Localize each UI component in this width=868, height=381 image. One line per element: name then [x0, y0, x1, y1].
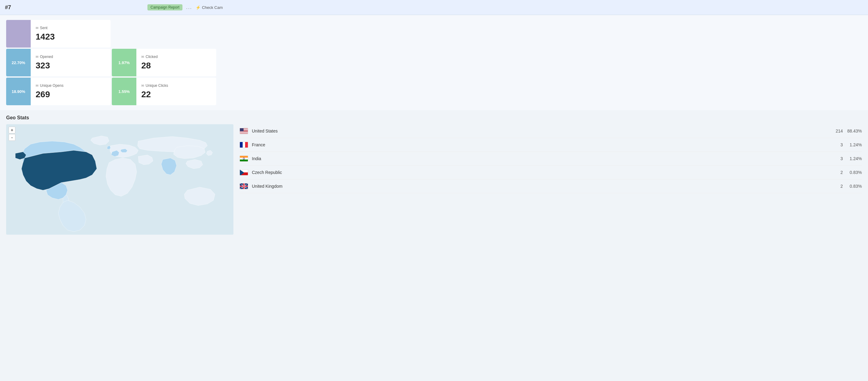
geo-section: Geo Stats + - — [0, 110, 868, 241]
geo-title: Geo Stats — [6, 115, 862, 120]
stat-label-unique-opens: ✉ Unique Opens — [36, 83, 64, 88]
country-count-in: 3 — [831, 156, 843, 161]
flag-cz — [240, 169, 248, 175]
stat-accent-opened: 22.70% — [6, 49, 31, 76]
country-list: United States 214 88.43% France 3 1.24% — [240, 124, 862, 193]
campaign-id: #7 — [5, 4, 17, 11]
country-item: France 3 1.24% — [240, 138, 862, 152]
country-count-uk: 2 — [831, 184, 843, 189]
mail-icon-clicked: ✉ — [141, 55, 144, 59]
map-controls: + - — [9, 127, 16, 141]
country-pct-us: 88.43% — [846, 129, 862, 133]
mail-icon-opened: ✉ — [36, 55, 38, 59]
world-map — [6, 124, 234, 235]
stat-label-sent: ✉ Sent — [36, 26, 55, 30]
stat-body-sent: ✉ Sent 1423 — [31, 20, 60, 47]
campaign-badge[interactable]: Campaign Report — [148, 4, 182, 10]
stat-body-unique-opens: ✉ Unique Opens 269 — [31, 78, 68, 105]
country-name-uk: United Kingdom — [252, 184, 827, 189]
stat-value-opened: 323 — [36, 61, 53, 71]
stat-accent-unique-clicks: 1.55% — [112, 78, 136, 105]
stat-body-clicked: ✉ Clicked 28 — [136, 49, 162, 76]
country-count-us: 214 — [831, 129, 843, 133]
stat-body-unique-clicks: ✉ Unique Clicks 22 — [136, 78, 173, 105]
stats-section: ✉ Sent 1423 22.70% ✉ Opened 323 — [0, 15, 868, 110]
more-options-dots[interactable]: ... — [186, 5, 192, 10]
flag-cz-red — [240, 172, 248, 175]
stat-value-sent: 1423 — [36, 32, 55, 42]
stat-value-clicked: 28 — [141, 61, 158, 71]
country-name-in: India — [252, 156, 827, 161]
zoom-out-button[interactable]: - — [9, 134, 16, 141]
country-name-fr: France — [252, 142, 827, 147]
country-item: United Kingdom 2 0.83% — [240, 179, 862, 193]
country-pct-in: 1.24% — [846, 156, 862, 161]
flag-fr-red — [245, 142, 248, 147]
stat-card-unique-opens: 18.90% ✉ Unique Opens 269 — [6, 78, 111, 105]
country-count-cz: 2 — [831, 170, 843, 175]
stat-accent-clicked: 1.97% — [112, 49, 136, 76]
country-item: Czech Republic 2 0.83% — [240, 166, 862, 179]
map-container: + - — [6, 124, 234, 235]
flag-us — [240, 128, 248, 134]
header-bar: #7 Campaign Report ... ⚡ Check Cam — [0, 0, 868, 15]
stats-grid: ✉ Sent 1423 22.70% ✉ Opened 323 — [6, 20, 344, 105]
country-pct-cz: 0.83% — [846, 170, 862, 175]
stat-body-opened: ✉ Opened 323 — [31, 49, 58, 76]
stat-card-sent: ✉ Sent 1423 — [6, 20, 111, 47]
geo-content: + - — [6, 124, 862, 235]
flag-cz-white — [240, 170, 248, 172]
country-name-us: United States — [252, 129, 827, 133]
zoom-in-button[interactable]: + — [9, 127, 16, 133]
stat-card-clicked: 1.97% ✉ Clicked 28 — [112, 49, 216, 76]
stat-accent-sent — [6, 20, 31, 47]
country-item: United States 214 88.43% — [240, 124, 862, 138]
stat-value-unique-opens: 269 — [36, 90, 64, 99]
lightning-icon: ⚡ — [196, 5, 200, 10]
country-count-fr: 3 — [831, 142, 843, 147]
stat-card-unique-clicks: 1.55% ✉ Unique Clicks 22 — [112, 78, 216, 105]
flag-fr — [240, 142, 248, 148]
country-pct-uk: 0.83% — [846, 184, 862, 189]
flag-fr-white — [243, 142, 245, 147]
flag-uk — [240, 183, 248, 189]
flag-in — [240, 155, 248, 162]
mail-icon-unique-opens: ✉ — [36, 84, 38, 88]
stat-card-opened: 22.70% ✉ Opened 323 — [6, 49, 111, 76]
stat-label-clicked: ✉ Clicked — [141, 55, 158, 59]
stat-label-opened: ✉ Opened — [36, 55, 53, 59]
flag-fr-blue — [240, 142, 243, 147]
country-name-cz: Czech Republic — [252, 170, 827, 175]
stat-label-unique-clicks: ✉ Unique Clicks — [141, 83, 168, 88]
stat-value-unique-clicks: 22 — [141, 90, 168, 99]
flag-in-green — [240, 160, 248, 161]
check-can-button[interactable]: ⚡ Check Cam — [196, 5, 223, 10]
mail-icon-unique-clicks: ✉ — [141, 84, 144, 88]
stat-accent-unique-opens: 18.90% — [6, 78, 31, 105]
campaign-title-input[interactable] — [21, 3, 144, 12]
mail-icon-sent: ✉ — [36, 26, 38, 30]
country-pct-fr: 1.24% — [846, 142, 862, 147]
country-item: India 3 1.24% — [240, 152, 862, 166]
